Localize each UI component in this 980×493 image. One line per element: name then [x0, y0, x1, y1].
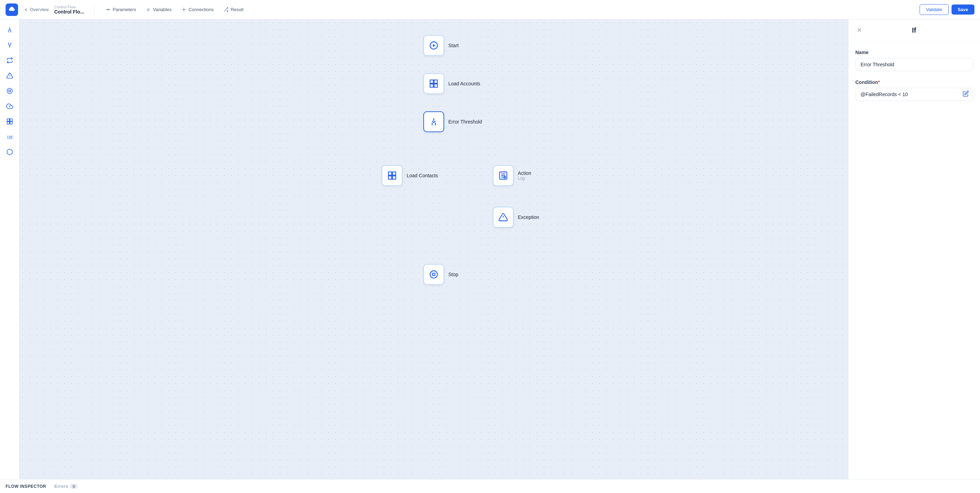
tab-variables[interactable]: @ Variables [142, 5, 176, 14]
left-sidebar: {@} [0, 19, 19, 479]
node-stop-label: Stop [448, 272, 458, 277]
node-error-threshold-box [423, 111, 444, 132]
svg-rect-47 [392, 176, 396, 179]
condition-edit-icon[interactable] [963, 90, 969, 98]
flow-inspector-label: FLOW INSPECTOR [6, 484, 46, 489]
svg-rect-45 [392, 172, 396, 175]
svg-rect-37 [430, 80, 433, 83]
name-label: Name [855, 50, 973, 55]
sidebar-variable-icon[interactable]: {@} [3, 130, 16, 143]
top-nav: Overview Control Flow Control Flo... Par… [0, 0, 980, 19]
tab-parameters[interactable]: Parameters [102, 5, 140, 14]
flow-category: Control Flow [54, 5, 84, 9]
nav-divider [94, 5, 94, 15]
panel-header: ✕ If [848, 19, 980, 41]
svg-rect-40 [434, 84, 437, 87]
save-button[interactable]: Save [951, 5, 974, 14]
svg-point-1 [108, 9, 110, 10]
close-panel-button[interactable]: ✕ [855, 25, 863, 35]
required-asterisk: * [878, 79, 880, 85]
svg-rect-18 [10, 119, 12, 121]
node-stop[interactable]: Stop [423, 264, 458, 285]
sidebar-branch-icon[interactable] [3, 24, 16, 36]
node-load-accounts-box [423, 73, 444, 94]
svg-rect-44 [388, 172, 392, 175]
variables-icon: @ [146, 7, 151, 12]
svg-marker-36 [433, 44, 436, 47]
node-start-label: Start [448, 43, 459, 48]
node-load-contacts-box [382, 165, 402, 186]
node-load-contacts[interactable]: Load Contacts [382, 165, 438, 186]
node-action-log[interactable]: Action Log [493, 165, 531, 186]
errors-count: 0 [70, 484, 78, 489]
node-action-log-labels: Action Log [518, 170, 531, 181]
panel-body: Name Condition* [848, 41, 980, 109]
condition-input-wrap [855, 88, 973, 101]
panel-title: If [912, 26, 916, 34]
svg-rect-38 [434, 80, 437, 83]
node-exception-box [493, 207, 514, 228]
sidebar-package-icon[interactable] [3, 146, 16, 158]
result-icon [223, 7, 229, 12]
main-area: {@} [0, 19, 980, 479]
condition-label: Condition* [855, 79, 973, 85]
name-field-group: Name [855, 50, 973, 71]
tab-result-label: Result [231, 7, 243, 12]
node-load-accounts[interactable]: Load Accounts [423, 73, 480, 94]
sidebar-stop-icon[interactable] [3, 85, 16, 97]
svg-point-0 [107, 9, 108, 10]
node-action-label: Action [518, 170, 531, 176]
node-start[interactable]: Start [423, 35, 459, 56]
connections-icon [181, 7, 186, 12]
bottom-bar: FLOW INSPECTOR Errors 0 [0, 479, 980, 493]
tab-connections[interactable]: Connections [177, 5, 218, 14]
tab-connections-label: Connections [189, 7, 213, 12]
tab-variables-label: Variables [153, 7, 172, 12]
svg-point-56 [430, 271, 438, 278]
svg-rect-57 [433, 273, 435, 276]
condition-field-group: Condition* [855, 79, 973, 101]
node-exception-label: Exception [518, 214, 539, 220]
node-action-log-box [493, 165, 514, 186]
errors-label: Errors [54, 484, 68, 489]
error-badge: Errors 0 [54, 484, 78, 489]
back-label: Overview [30, 7, 49, 12]
back-link[interactable]: Overview [24, 7, 49, 12]
svg-text:{@}: {@} [7, 135, 13, 139]
svg-point-14 [7, 89, 12, 94]
validate-button[interactable]: Validate [920, 4, 949, 15]
flow-canvas[interactable]: True False Start Load Accounts [19, 19, 848, 479]
node-log-label: Log [518, 176, 531, 181]
node-start-box [423, 35, 444, 56]
flow-title-section: Control Flow Control Flo... [54, 5, 84, 14]
node-stop-box [423, 264, 444, 285]
svg-rect-20 [10, 122, 12, 124]
svg-rect-39 [430, 84, 433, 87]
sidebar-warning-icon[interactable] [3, 70, 16, 82]
svg-rect-15 [9, 90, 10, 92]
name-input[interactable] [855, 58, 973, 71]
tab-parameters-label: Parameters [113, 7, 136, 12]
node-exception[interactable]: Exception [493, 207, 539, 228]
logo-button[interactable] [6, 3, 18, 16]
sidebar-cloud-icon[interactable] [3, 100, 16, 113]
svg-text:@: @ [146, 8, 150, 11]
node-error-threshold[interactable]: Error Threshold [423, 111, 482, 132]
tab-result[interactable]: Result [219, 5, 248, 14]
sidebar-loop-icon[interactable] [3, 54, 16, 67]
right-panel: ✕ If Name Condition* [848, 19, 980, 479]
svg-rect-17 [7, 119, 10, 121]
nav-tabs: Parameters @ Variables Connections Resul… [102, 5, 248, 14]
node-error-threshold-label: Error Threshold [448, 119, 482, 125]
node-load-contacts-label: Load Contacts [407, 173, 438, 178]
sidebar-merge-icon[interactable] [3, 39, 16, 51]
flow-name: Control Flo... [54, 9, 84, 14]
svg-point-3 [183, 9, 185, 10]
nav-actions: Validate Save [920, 4, 974, 15]
svg-rect-46 [388, 176, 392, 179]
params-icon [105, 7, 111, 12]
condition-input[interactable] [855, 88, 973, 101]
svg-rect-19 [7, 122, 10, 124]
node-load-accounts-label: Load Accounts [448, 81, 480, 86]
sidebar-accounts-icon[interactable] [3, 115, 16, 128]
